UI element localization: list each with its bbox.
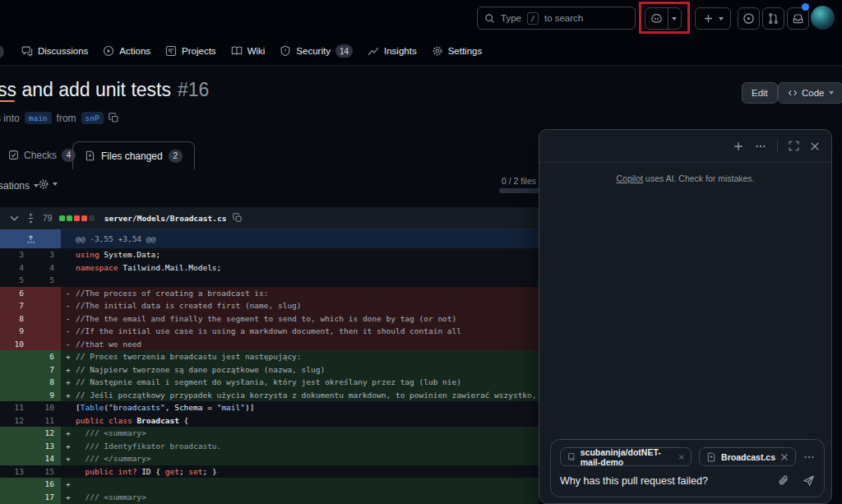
diff-marker <box>61 465 76 479</box>
new-conversation-button[interactable] <box>733 141 744 152</box>
new-line-number[interactable]: 4 <box>30 261 61 275</box>
nav-insights[interactable]: Insights <box>368 45 417 57</box>
pull-requests-button[interactable] <box>762 7 784 30</box>
copilot-button[interactable] <box>645 7 682 30</box>
nav-security[interactable]: Security 14 <box>280 44 353 58</box>
old-line-number[interactable] <box>0 440 30 453</box>
file-path[interactable]: server/Models/Broadcast.cs <box>104 214 227 223</box>
new-line-number[interactable] <box>30 287 61 300</box>
nav-actions[interactable]: Actions <box>103 45 150 57</box>
top-bar: Type / to search <box>0 0 842 37</box>
old-line-number[interactable]: 3 <box>0 248 30 261</box>
code-button[interactable]: Code <box>778 82 842 104</box>
plus-icon <box>703 13 714 24</box>
old-line-number[interactable]: 13 <box>0 465 30 479</box>
inbox-button[interactable] <box>787 7 809 30</box>
copilot-message-input[interactable] <box>560 475 777 487</box>
old-line-number[interactable] <box>0 376 30 389</box>
conversations-dropdown[interactable]: sations <box>0 180 39 192</box>
repo-context-chip[interactable]: scubaninja/dotNET-mail-demo <box>560 447 692 466</box>
diff-settings-button[interactable] <box>38 178 58 190</box>
nav-wiki[interactable]: Wiki <box>231 45 266 57</box>
pr-title-text: ss and add unit tests <box>0 79 171 100</box>
new-line-number[interactable] <box>30 299 61 312</box>
old-line-number[interactable]: 6 <box>0 287 30 300</box>
copy-icon[interactable] <box>109 113 119 123</box>
new-line-number[interactable]: 12 <box>30 427 61 440</box>
slash-key-hint: / <box>527 12 539 25</box>
nav-projects[interactable]: Projects <box>165 45 216 57</box>
edit-button[interactable]: Edit <box>742 82 778 104</box>
avatar[interactable] <box>811 6 835 30</box>
inbox-icon <box>792 12 804 25</box>
new-line-number[interactable]: 8 <box>30 376 61 389</box>
old-line-number[interactable] <box>0 452 30 465</box>
old-line-number[interactable] <box>0 491 30 504</box>
old-line-number[interactable]: 11 <box>0 401 30 414</box>
file-context-chip[interactable]: Broadcast.cs <box>699 447 796 466</box>
old-line-number[interactable]: 10 <box>0 338 30 351</box>
new-line-number[interactable]: 5 <box>30 274 61 287</box>
old-line-number[interactable]: 9 <box>0 325 30 338</box>
attach-file-button[interactable] <box>777 474 789 487</box>
more-options-button[interactable] <box>755 141 766 152</box>
from-text: from <box>57 113 76 124</box>
copilot-link[interactable]: Copilot <box>616 173 643 183</box>
old-line-number[interactable] <box>0 427 30 440</box>
diff-row: 44namespace Tailwind.Mail.Models; <box>0 261 539 275</box>
base-branch-chip[interactable]: main <box>25 112 52 124</box>
send-button[interactable] <box>803 474 815 487</box>
tab-files-changed[interactable]: Files changed 2 <box>72 141 195 169</box>
new-line-number[interactable]: 7 <box>30 363 61 377</box>
new-line-number[interactable]: 10 <box>30 401 61 414</box>
head-branch-chip[interactable]: snP <box>81 112 104 124</box>
new-line-number[interactable]: 9 <box>30 389 61 402</box>
diff-row: 10-//that we need <box>0 338 539 351</box>
copy-path-icon[interactable] <box>233 213 243 223</box>
diff-marker: + <box>61 440 76 453</box>
new-line-number[interactable]: 13 <box>30 440 61 453</box>
new-line-number[interactable]: 15 <box>30 465 61 479</box>
old-line-number[interactable] <box>0 363 30 377</box>
old-line-number[interactable]: 4 <box>0 261 30 275</box>
old-line-number[interactable]: 8 <box>0 312 30 326</box>
copilot-menu-caret[interactable] <box>669 8 681 29</box>
new-line-number[interactable]: 16 <box>30 478 61 491</box>
search-input[interactable]: Type / to search <box>477 7 636 30</box>
close-panel-button[interactable] <box>810 141 820 151</box>
new-line-number[interactable] <box>30 325 61 338</box>
fold-up-icon <box>26 234 35 243</box>
repo-icon <box>567 451 576 462</box>
remove-chip-icon[interactable] <box>678 453 685 461</box>
new-line-number[interactable]: 11 <box>30 414 61 428</box>
old-line-number[interactable] <box>0 350 30 363</box>
more-context-button[interactable] <box>803 451 815 463</box>
code-line: // Następnie email i segment do wysłania… <box>76 376 539 389</box>
issues-button[interactable] <box>738 7 760 30</box>
expand-hunk-button[interactable] <box>0 229 61 248</box>
create-new-button[interactable] <box>695 7 731 30</box>
code-line: //If the initial use case is using a mar… <box>76 325 539 338</box>
old-line-number[interactable] <box>0 478 30 491</box>
expand-panel-button[interactable] <box>789 141 799 151</box>
security-count-badge: 14 <box>335 44 353 58</box>
new-line-number[interactable]: 3 <box>30 248 61 261</box>
new-line-number[interactable]: 14 <box>30 452 61 465</box>
collapse-file-chevron-icon[interactable] <box>10 214 19 223</box>
nav-discussions[interactable]: Discussions <box>21 45 88 57</box>
new-line-number[interactable] <box>30 338 61 351</box>
remove-chip-icon[interactable] <box>780 453 789 461</box>
tab-checks[interactable]: Checks 4 <box>8 141 76 169</box>
new-line-number[interactable] <box>30 312 61 326</box>
old-line-number[interactable]: 12 <box>0 414 30 428</box>
issue-opened-icon <box>743 12 755 25</box>
diff-row: 6-//The process of creating a broadcast … <box>0 287 539 300</box>
new-line-number[interactable]: 17 <box>30 491 61 504</box>
nav-settings[interactable]: Settings <box>432 45 483 57</box>
new-line-number[interactable]: 6 <box>30 350 61 363</box>
unfold-diff-icon[interactable] <box>25 213 36 224</box>
code-button-label: Code <box>802 88 825 98</box>
old-line-number[interactable] <box>0 389 30 402</box>
old-line-number[interactable]: 5 <box>0 274 30 287</box>
old-line-number[interactable]: 7 <box>0 299 30 312</box>
